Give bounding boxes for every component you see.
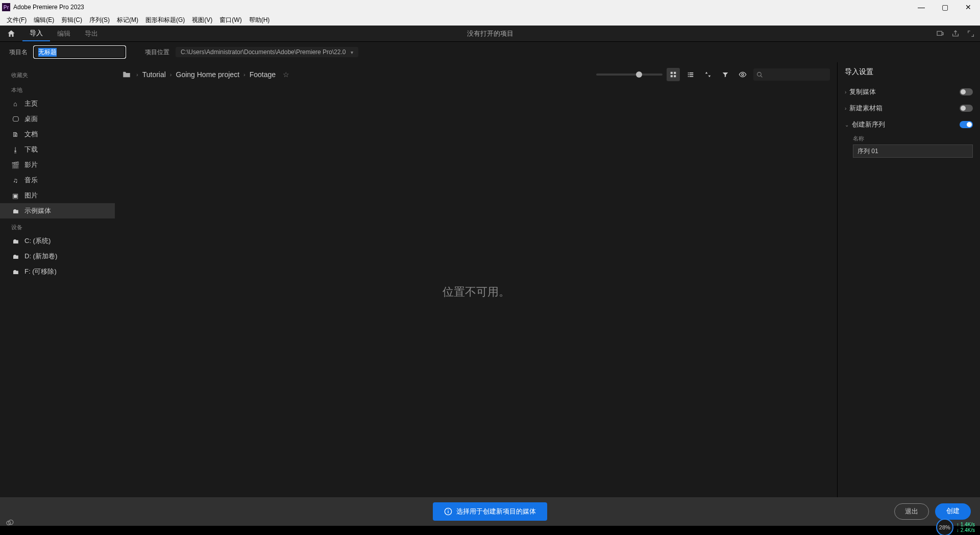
svg-rect-9 — [688, 76, 689, 77]
svg-rect-6 — [690, 72, 694, 74]
filter-button[interactable] — [719, 68, 732, 81]
image-icon: ▣ — [11, 192, 19, 200]
svg-rect-7 — [688, 74, 689, 75]
sidebar-item-sample-media[interactable]: 🖿示例媒体 — [0, 203, 115, 218]
sort-button[interactable] — [701, 68, 715, 81]
sidebar-item-documents[interactable]: 🗎文档 — [0, 127, 115, 142]
sidebar-item-label: 影片 — [24, 160, 38, 169]
window-close[interactable]: ✕ — [957, 0, 980, 14]
fullscreen-icon[interactable] — [967, 30, 975, 38]
project-location-label: 项目位置 — [145, 48, 169, 57]
breadcrumb-item[interactable]: Going Home project — [176, 70, 240, 79]
menu-window[interactable]: 窗口(W) — [216, 15, 245, 26]
app-title: Adobe Premiere Pro 2023 — [13, 4, 84, 11]
menu-edit[interactable]: 编辑(E) — [30, 15, 58, 26]
breadcrumb-item[interactable]: Tutorial — [142, 70, 166, 79]
breadcrumb: › Tutorial › Going Home project › Footag… — [136, 70, 289, 79]
select-media-banner[interactable]: 选择用于创建新项目的媒体 — [433, 502, 547, 521]
folder-icon: 🖿 — [11, 268, 19, 276]
toggle-new-bin[interactable] — [960, 105, 973, 112]
chevron-right-icon: › — [243, 71, 246, 78]
sidebar-item-desktop[interactable]: 🖵桌面 — [0, 111, 115, 127]
sidebar-item-label: 示例媒体 — [24, 206, 51, 215]
favorite-star-icon[interactable]: ☆ — [283, 70, 289, 79]
sidebar-section-favorites: 收藏夹 — [0, 69, 115, 81]
sidebar-item-drive-f[interactable]: 🖿F: (可移除) — [0, 264, 115, 279]
sidebar-item-label: 音乐 — [24, 176, 38, 185]
menu-file[interactable]: 文件(F) — [3, 15, 30, 26]
slider-knob[interactable] — [636, 71, 642, 78]
folder-icon: 🖿 — [11, 207, 19, 215]
menu-marker[interactable]: 标记(M) — [113, 15, 142, 26]
grid-view-button[interactable] — [667, 68, 680, 81]
sidebar-item-home[interactable]: ⌂主页 — [0, 96, 115, 111]
sidebar-item-pictures[interactable]: ▣图片 — [0, 188, 115, 203]
svg-point-17 — [9, 520, 13, 525]
quick-export-icon[interactable] — [936, 30, 944, 38]
tab-import[interactable]: 导入 — [22, 26, 50, 41]
menu-sequence[interactable]: 序列(S) — [86, 15, 113, 26]
svg-rect-4 — [674, 75, 676, 77]
svg-point-12 — [757, 72, 762, 76]
project-name-input[interactable] — [34, 46, 126, 58]
svg-rect-5 — [688, 72, 689, 74]
media-sidebar: 收藏夹 本地 ⌂主页 🖵桌面 🗎文档 ⭳下载 🎬影片 ♫音乐 ▣图片 🖿示例媒体… — [0, 62, 115, 497]
setting-copy-media[interactable]: ›复制媒体 — [845, 84, 973, 100]
menu-help[interactable]: 帮助(H) — [246, 15, 274, 26]
status-strip: 28% ↑ 1.4K/s ↓ 2.4K/s — [0, 526, 980, 535]
exit-button[interactable]: 退出 — [894, 503, 929, 520]
menu-graphics[interactable]: 图形和标题(G) — [142, 15, 188, 26]
setting-create-sequence[interactable]: ⌄创建新序列 — [845, 116, 973, 133]
toggle-copy-media[interactable] — [960, 88, 973, 95]
sidebar-item-label: 下载 — [24, 145, 38, 154]
browser-empty-message: 位置不可用。 — [115, 87, 837, 497]
info-icon — [444, 507, 452, 516]
chevron-right-icon: › — [845, 89, 846, 95]
svg-rect-0 — [937, 31, 942, 35]
svg-rect-15 — [448, 509, 448, 510]
svg-rect-10 — [690, 76, 694, 77]
network-upload: ↑ 1.4K/s — [957, 522, 975, 527]
breadcrumb-item[interactable]: Footage — [250, 70, 276, 79]
menu-clip[interactable]: 剪辑(C) — [58, 15, 86, 26]
search-input[interactable] — [753, 68, 830, 81]
sidebar-item-music[interactable]: ♫音乐 — [0, 173, 115, 188]
sidebar-item-downloads[interactable]: ⭳下载 — [0, 142, 115, 157]
sequence-name-input[interactable] — [853, 144, 973, 158]
menu-bar: 文件(F) 编辑(E) 剪辑(C) 序列(S) 标记(M) 图形和标题(G) 视… — [0, 14, 980, 26]
sidebar-item-label: 桌面 — [24, 114, 38, 124]
home-icon[interactable] — [0, 29, 22, 38]
network-percent: 28% — [936, 519, 953, 535]
tab-edit[interactable]: 编辑 — [50, 26, 78, 41]
search-icon — [756, 71, 763, 78]
setting-new-bin[interactable]: ›新建素材箱 — [845, 100, 973, 116]
setting-label: 创建新序列 — [852, 120, 885, 129]
sequence-name-label: 名称 — [853, 135, 973, 142]
preview-toggle-button[interactable] — [736, 68, 749, 81]
sidebar-item-drive-c[interactable]: 🖿C: (系统) — [0, 233, 115, 249]
music-icon: ♫ — [11, 177, 19, 184]
svg-rect-3 — [671, 75, 673, 77]
desktop-icon: 🖵 — [11, 115, 19, 123]
share-icon[interactable] — [951, 30, 960, 38]
sidebar-item-drive-d[interactable]: 🖿D: (新加卷) — [0, 249, 115, 264]
menu-view[interactable]: 视图(V) — [188, 15, 216, 26]
sidebar-item-label: 文档 — [24, 130, 38, 139]
app-icon: Pr — [2, 3, 10, 11]
toggle-create-sequence[interactable] — [960, 121, 973, 128]
folder-icon[interactable] — [122, 70, 131, 79]
window-minimize[interactable]: — — [910, 0, 933, 14]
project-location-dropdown[interactable]: C:\Users\Administrator\Documents\Adobe\P… — [176, 47, 358, 57]
home-icon: ⌂ — [11, 100, 19, 108]
import-settings-panel: 导入设置 ›复制媒体 ›新建素材箱 ⌄创建新序列 名称 — [837, 62, 980, 497]
create-button[interactable]: 创建 — [935, 503, 971, 520]
window-maximize[interactable]: ▢ — [933, 0, 957, 14]
sidebar-item-videos[interactable]: 🎬影片 — [0, 157, 115, 173]
thumbnail-zoom-slider[interactable] — [596, 74, 663, 76]
chevron-down-icon: ▾ — [351, 50, 353, 55]
list-view-button[interactable] — [684, 68, 697, 81]
network-widget: 28% ↑ 1.4K/s ↓ 2.4K/s — [936, 519, 975, 535]
creative-cloud-icon[interactable] — [5, 518, 14, 527]
chevron-right-icon: › — [136, 71, 138, 78]
tab-export[interactable]: 导出 — [78, 26, 105, 41]
